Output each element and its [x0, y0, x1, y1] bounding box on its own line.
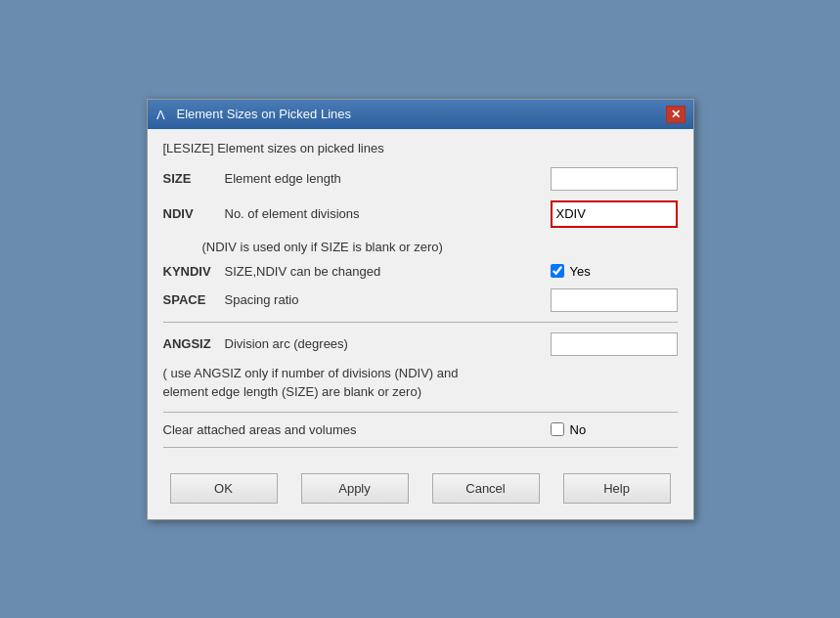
- space-field-desc: Spacing ratio: [225, 292, 299, 307]
- angsiz-field-desc: Division arc (degrees): [225, 336, 348, 351]
- ndiv-input[interactable]: [551, 200, 678, 228]
- ok-button[interactable]: OK: [170, 473, 278, 504]
- dialog-element-sizes: Λ Element Sizes on Picked Lines ✕ [LESIZ…: [147, 99, 694, 520]
- button-row: OK Apply Cancel Help: [148, 460, 693, 519]
- close-button[interactable]: ✕: [666, 106, 685, 123]
- angsiz-label-group: ANGSIZ Division arc (degrees): [163, 336, 551, 351]
- main-form-section: SIZE Element edge length NDIV No. of ele…: [163, 167, 678, 323]
- ndiv-note: (NDIV is used only if SIZE is blank or z…: [163, 240, 678, 254]
- angsiz-field-name: ANGSIZ: [163, 336, 217, 351]
- ndiv-input-wrapper: [551, 200, 678, 228]
- clear-check-label: No: [570, 422, 587, 437]
- size-input[interactable]: [551, 167, 678, 191]
- size-field-name: SIZE: [163, 171, 217, 186]
- angsiz-input[interactable]: [551, 332, 678, 356]
- angsiz-note-text-2: element edge length (SIZE) are blank or …: [163, 384, 421, 399]
- space-row: SPACE Spacing ratio: [163, 288, 678, 312]
- angsiz-section: ANGSIZ Division arc (degrees) ( use ANGS…: [163, 323, 678, 413]
- size-row: SIZE Element edge length: [163, 167, 678, 191]
- kyndiv-row: KYNDIV SIZE,NDIV can be changed Yes: [163, 264, 678, 279]
- clear-checkbox[interactable]: [551, 422, 564, 436]
- apply-button[interactable]: Apply: [301, 473, 409, 504]
- dialog-title: Element Sizes on Picked Lines: [177, 107, 351, 121]
- svg-text:Λ: Λ: [156, 108, 165, 121]
- ndiv-row: NDIV No. of element divisions: [163, 200, 678, 228]
- space-input[interactable]: [551, 288, 678, 312]
- kyndiv-label-group: KYNDIV SIZE,NDIV can be changed: [163, 264, 551, 279]
- title-bar: Λ Element Sizes on Picked Lines ✕: [148, 100, 693, 129]
- ndiv-label-group: NDIV No. of element divisions: [163, 206, 551, 221]
- clear-section: Clear attached areas and volumes No: [163, 413, 678, 448]
- space-label-group: SPACE Spacing ratio: [163, 292, 551, 307]
- clear-checkbox-group: No: [551, 422, 678, 437]
- clear-label: Clear attached areas and volumes: [163, 422, 357, 437]
- kyndiv-check-label: Yes: [570, 264, 591, 279]
- ndiv-field-name: NDIV: [163, 206, 217, 221]
- kyndiv-checkbox[interactable]: [551, 264, 564, 278]
- lambda-icon: Λ: [155, 107, 171, 122]
- lesize-label: [LESIZE] Element sizes on picked lines: [163, 141, 678, 155]
- space-field-name: SPACE: [163, 292, 217, 307]
- angsiz-note-text: ( use ANGSIZ only if number of divisions…: [163, 366, 459, 380]
- kyndiv-field-desc: SIZE,NDIV can be changed: [225, 264, 381, 279]
- ndiv-field-desc: No. of element divisions: [225, 206, 360, 221]
- size-field-desc: Element edge length: [225, 171, 341, 186]
- size-label-group: SIZE Element edge length: [163, 171, 551, 186]
- help-button[interactable]: Help: [563, 473, 671, 504]
- angsiz-note: ( use ANGSIZ only if number of divisions…: [163, 364, 678, 402]
- cancel-button[interactable]: Cancel: [432, 473, 540, 504]
- dialog-content: [LESIZE] Element sizes on picked lines S…: [148, 129, 693, 460]
- title-bar-left: Λ Element Sizes on Picked Lines: [155, 107, 351, 122]
- kyndiv-field-name: KYNDIV: [163, 264, 217, 279]
- angsiz-row: ANGSIZ Division arc (degrees): [163, 332, 678, 356]
- kyndiv-checkbox-group: Yes: [551, 264, 678, 279]
